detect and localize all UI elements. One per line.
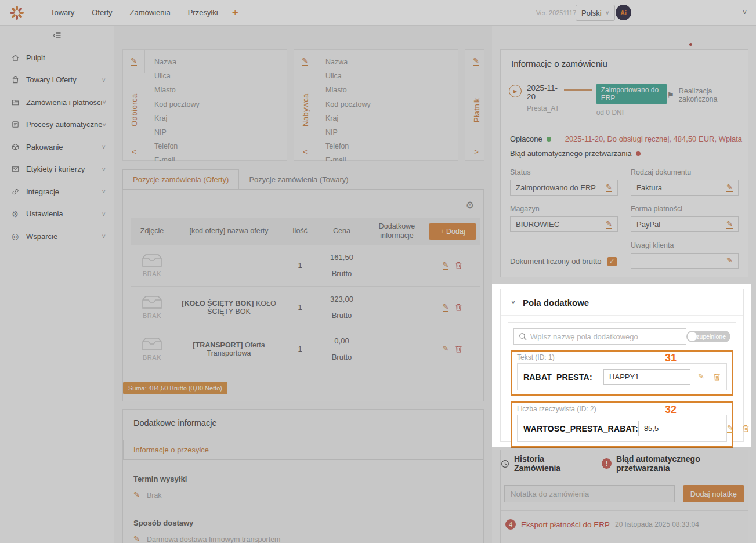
tab-pozycje-towary[interactable]: Pozycje zamówienia (Towary) — [239, 169, 358, 189]
field-label: Kod pocztowy — [325, 97, 448, 111]
sidebar-item-towary-i-oferty[interactable]: Towary i Oferty ˅ — [0, 69, 114, 92]
table-row: BRAK [TRANSPORT] Oferta Transportowa 1 0… — [131, 328, 480, 370]
delete-item-icon[interactable] — [455, 261, 462, 270]
col-nazwa: [kod oferty] nazwa oferty — [173, 227, 285, 236]
payment-form-field-label: Forma płatności — [631, 205, 739, 213]
finish-flag-icon: ⚑ — [667, 91, 674, 100]
envelope-icon — [10, 165, 20, 174]
nav-zamowienia[interactable]: Zamówienia — [126, 6, 174, 19]
process-list-icon — [10, 120, 20, 129]
field-label: Ulica — [325, 69, 448, 83]
delete-item-icon[interactable] — [455, 345, 462, 353]
field-label: Miasto — [154, 83, 277, 97]
avatar[interactable]: Ai — [616, 5, 631, 20]
order-items-table: Zdjęcie [kod oferty] nazwa oferty Ilość … — [131, 218, 480, 370]
no-image-placeholder: BRAK — [131, 254, 173, 277]
custom-field-search[interactable] — [513, 328, 686, 345]
nav-oferty[interactable]: Oferty — [88, 6, 115, 19]
add-note-button[interactable]: Dodaj notatkę — [683, 485, 744, 502]
edit-delivery-method-icon[interactable]: ✎ — [133, 535, 140, 543]
edit-pencil-icon[interactable]: ✎ — [131, 57, 137, 66]
field-label: Kraj — [325, 111, 448, 125]
field-label: NIP — [325, 125, 448, 139]
delete-custom-field-icon[interactable] — [713, 372, 721, 381]
warehouse-field[interactable]: BIUROWIEC ✎ — [510, 216, 618, 232]
table-settings-gear-icon[interactable]: ⚙ — [466, 200, 474, 211]
history-error-title[interactable]: Błąd automatycznego przetwarzania — [616, 454, 748, 473]
sidebar-item-pulpit[interactable]: Pulpit — [0, 46, 114, 69]
order-items-panel: ⚙ Zdjęcie [kod oferty] nazwa oferty Iloś… — [122, 190, 484, 401]
item-price: 323,00 — [315, 295, 368, 303]
order-date: 2025-11-20 — [527, 84, 560, 101]
paid-label: Opłacone — [510, 135, 542, 143]
tab-pozycje-oferty[interactable]: Pozycje zamówienia (Oferty) — [122, 169, 239, 189]
sidebar-collapse-button[interactable] — [0, 26, 114, 45]
edit-pencil-icon[interactable]: ✎ — [302, 57, 308, 66]
delete-custom-field-icon[interactable] — [742, 424, 750, 433]
chevron-left-icon[interactable]: ˂ — [132, 147, 136, 160]
field-label: Telefon — [325, 139, 448, 153]
doc-type-field[interactable]: Faktura ✎ — [631, 180, 739, 196]
client-notes-field[interactable]: ✎ — [631, 253, 739, 269]
custom-field-search-input[interactable] — [530, 332, 681, 341]
payment-form-field[interactable]: PayPal ✎ — [631, 216, 739, 232]
history-title[interactable]: Historia Zamówienia — [514, 454, 588, 473]
version-label: Ver. 20251117.1 — [536, 9, 582, 16]
language-selector[interactable]: Polski ˅ — [576, 5, 615, 21]
sidebar-item-pakowanie[interactable]: Pakowanie ˅ — [0, 136, 114, 158]
edit-custom-field-icon[interactable]: ✎ — [727, 424, 733, 433]
custom-field-value-input[interactable] — [603, 369, 690, 385]
collapse-header-chevron-icon[interactable]: ˅ — [743, 9, 747, 17]
nav-przesylki[interactable]: Przesyłki — [185, 6, 222, 19]
app-logo-icon[interactable] — [9, 5, 25, 21]
edit-pencil-icon[interactable]: ✎ — [606, 220, 612, 229]
tab-informacje-o-przesylce[interactable]: Informacje o przesyłce — [123, 440, 219, 459]
add-tab-button[interactable]: + — [229, 6, 242, 19]
edit-pencil-icon[interactable]: ✎ — [473, 57, 479, 66]
edit-pencil-icon[interactable]: ✎ — [606, 183, 612, 192]
sidebar-item-integracje[interactable]: Integracje ˅ — [0, 180, 114, 203]
days-counter: od 0 DNI — [596, 108, 667, 117]
edit-pencil-icon[interactable]: ✎ — [726, 183, 733, 192]
payment-link[interactable]: 2025-11-20, Do obsługi ręcznej, 484,50 E… — [565, 135, 742, 143]
field-label: E-mail — [325, 153, 448, 161]
history-entry-badge: 4 — [505, 519, 516, 530]
nav-towary[interactable]: Towary — [47, 6, 78, 19]
item-price: 161,50 — [315, 254, 368, 261]
custom-field-value-input[interactable] — [638, 421, 719, 436]
edit-item-icon[interactable]: ✎ — [443, 345, 449, 353]
edit-pencil-icon[interactable]: ✎ — [726, 256, 733, 265]
item-qty: 1 — [285, 345, 315, 353]
finish-label: Realizacja zakończona — [679, 87, 740, 103]
chevron-down-icon: ˅ — [606, 10, 609, 16]
history-entry-link[interactable]: Eksport płatności do ERP — [521, 520, 610, 529]
additional-info-title: Dodatkowe informacje — [123, 410, 483, 436]
sidebar-item-wsparcie[interactable]: ◎ Wsparcie ˅ — [0, 225, 114, 248]
sidebar-item-procesy-automatyczne[interactable]: Procesy automatyczne ˅ — [0, 114, 114, 136]
chevron-left-icon[interactable]: ˂ — [303, 147, 308, 160]
status-badge: Zaimportowano do ERP — [596, 84, 667, 104]
collapse-section-chevron-icon[interactable]: ˅ — [511, 299, 515, 307]
item-price-type: Brutto — [315, 312, 368, 319]
edit-custom-field-icon[interactable]: ✎ — [698, 372, 704, 381]
gear-icon: ⚙ — [10, 209, 20, 219]
chevron-right-icon[interactable]: ˃ — [474, 147, 479, 160]
edit-shipping-date-icon[interactable]: ✎ — [133, 491, 140, 499]
collapse-menu-icon — [52, 31, 62, 39]
gross-checkbox[interactable]: ✓ — [607, 257, 617, 266]
field-label: Nazwa — [154, 55, 277, 69]
edit-pencil-icon[interactable]: ✎ — [726, 220, 733, 229]
sidebar-item-zamowienia-i-platnosci[interactable]: Zamówienia i płatności ˅ — [0, 91, 114, 114]
delete-item-icon[interactable] — [455, 303, 462, 312]
add-item-button[interactable]: + Dodaj — [429, 223, 476, 240]
col-cena: Cena — [315, 227, 368, 236]
status-field[interactable]: Zaimportowano do ERP ✎ — [510, 180, 618, 196]
edit-item-icon[interactable]: ✎ — [443, 261, 449, 270]
item-qty: 1 — [285, 303, 315, 312]
sidebar-item-label: Zamówienia i płatności — [26, 98, 103, 107]
sidebar-item-ustawienia[interactable]: ⚙ Ustawienia ˅ — [0, 203, 114, 226]
filled-only-toggle[interactable]: Uzupełnione — [686, 331, 730, 342]
order-note-input[interactable] — [504, 485, 675, 502]
sidebar-item-etykiety-i-kurierzy[interactable]: Etykiety i kurierzy ˅ — [0, 158, 114, 181]
edit-item-icon[interactable]: ✎ — [443, 303, 449, 312]
